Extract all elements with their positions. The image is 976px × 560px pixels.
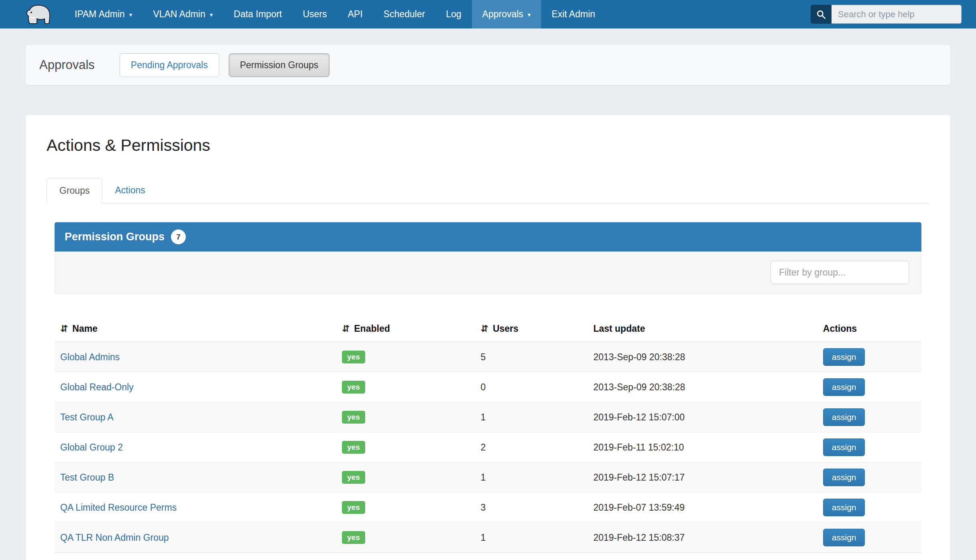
panel-heading: Permission Groups 7 xyxy=(55,222,921,252)
table-row: QA Limited Resource Perms yes 3 2019-Feb… xyxy=(55,493,921,523)
table-row: Global Admins yes 5 2013-Sep-09 20:38:28… xyxy=(55,342,921,372)
chevron-down-icon: ▾ xyxy=(528,11,531,18)
nav-item-data-import[interactable]: Data Import xyxy=(223,0,292,28)
approvals-toolbar: Approvals Pending Approvals Permission G… xyxy=(26,45,950,85)
enabled-badge: yes xyxy=(342,501,365,514)
assign-button[interactable]: assign xyxy=(823,438,865,456)
users-count: 1 xyxy=(475,523,588,553)
group-name-link[interactable]: QA Limited Resource Perms xyxy=(60,502,177,513)
header-users[interactable]: ⇵Users xyxy=(475,316,588,342)
nav-item-label: VLAN Admin xyxy=(153,9,205,20)
group-name-link[interactable]: QA TLR Non Admin Group xyxy=(60,532,169,543)
header-last-update: Last update xyxy=(588,316,817,342)
permission-groups-table: ⇵Name ⇵Enabled ⇵Users Last update Action… xyxy=(55,316,921,553)
last-update: 2013-Sep-09 20:38:28 xyxy=(588,372,817,402)
last-update: 2019-Feb-12 15:07:00 xyxy=(588,402,817,432)
nav-item-label: API xyxy=(348,9,363,20)
assign-button[interactable]: assign xyxy=(823,529,865,546)
nav-search xyxy=(811,0,976,28)
chevron-down-icon: ▾ xyxy=(210,11,213,18)
table-row: QA TLR Non Admin Group yes 1 2019-Feb-12… xyxy=(55,523,921,553)
nav-item-label: Approvals xyxy=(482,9,523,20)
users-count: 0 xyxy=(475,372,588,402)
enabled-badge: yes xyxy=(342,411,365,424)
search-button[interactable] xyxy=(811,5,832,24)
search-input[interactable] xyxy=(832,5,962,24)
table-row: Global Group 2 yes 2 2019-Feb-11 15:02:1… xyxy=(55,432,921,463)
users-count: 2 xyxy=(475,432,588,463)
filter-group-input[interactable] xyxy=(771,261,909,284)
enabled-badge: yes xyxy=(342,441,365,454)
nav-item-label: Log xyxy=(446,9,461,20)
nav-item-users[interactable]: Users xyxy=(292,0,337,28)
last-update: 2019-Feb-12 15:07:17 xyxy=(588,463,817,493)
group-count-badge: 7 xyxy=(171,229,186,244)
nav-item-label: Data Import xyxy=(234,9,282,20)
header-actions: Actions xyxy=(817,316,921,342)
users-count: 1 xyxy=(475,463,588,493)
enabled-badge: yes xyxy=(342,471,365,484)
table-row: Global Read-Only yes 0 2013-Sep-09 20:38… xyxy=(55,372,921,402)
tab-actions[interactable]: Actions xyxy=(102,178,157,203)
users-count: 1 xyxy=(475,402,588,432)
group-name-link[interactable]: Test Group A xyxy=(60,412,114,422)
table-row: Test Group B yes 1 2019-Feb-12 15:07:17 … xyxy=(55,463,921,493)
nav-item-vlan-admin[interactable]: VLAN Admin ▾ xyxy=(142,0,223,28)
pending-approvals-button[interactable]: Pending Approvals xyxy=(120,53,219,77)
page-title: Actions & Permissions xyxy=(47,136,929,155)
search-icon xyxy=(816,9,826,20)
table-header: ⇵Name ⇵Enabled ⇵Users Last update Action… xyxy=(55,316,921,342)
tab-groups[interactable]: Groups xyxy=(47,178,102,203)
enabled-badge: yes xyxy=(342,351,365,363)
table-row: Test Group A yes 1 2019-Feb-12 15:07:00 … xyxy=(55,402,921,432)
assign-button[interactable]: assign xyxy=(823,348,865,366)
nav-item-label: Scheduler xyxy=(384,9,425,20)
enabled-badge: yes xyxy=(342,381,365,394)
assign-button[interactable]: assign xyxy=(823,469,865,486)
nav-item-ipam-admin[interactable]: IPAM Admin ▾ xyxy=(64,0,142,28)
group-name-link[interactable]: Test Group B xyxy=(60,472,114,483)
users-count: 5 xyxy=(475,342,588,372)
last-update: 2019-Feb-11 15:02:10 xyxy=(588,432,817,463)
chevron-down-icon: ▾ xyxy=(129,11,132,18)
nav-item-approvals[interactable]: Approvals ▾ xyxy=(472,0,541,28)
sort-icon: ⇵ xyxy=(342,323,350,334)
assign-button[interactable]: assign xyxy=(823,499,865,516)
last-update: 2019-Feb-12 15:08:37 xyxy=(588,523,817,553)
app-logo xyxy=(0,0,64,28)
header-enabled[interactable]: ⇵Enabled xyxy=(336,316,475,342)
permission-groups-panel: Permission Groups 7 ⇵Name ⇵Enabled xyxy=(55,222,921,553)
panel-toolbar xyxy=(55,252,921,294)
assign-button[interactable]: assign xyxy=(823,408,865,426)
permission-groups-button[interactable]: Permission Groups xyxy=(229,53,330,77)
approvals-title: Approvals xyxy=(39,58,95,72)
header-name[interactable]: ⇵Name xyxy=(55,316,336,342)
last-update: 2013-Sep-09 20:38:28 xyxy=(588,342,817,372)
group-name-link[interactable]: Global Admins xyxy=(60,352,120,362)
sort-icon: ⇵ xyxy=(481,323,488,334)
groups-table-body: Global Admins yes 5 2013-Sep-09 20:38:28… xyxy=(55,342,921,553)
actions-permissions-card: Actions & Permissions Groups Actions Per… xyxy=(26,115,950,560)
group-name-link[interactable]: Global Read-Only xyxy=(60,382,134,392)
nav-item-api[interactable]: API xyxy=(338,0,373,28)
nav-item-label: IPAM Admin xyxy=(75,9,125,20)
group-name-link[interactable]: Global Group 2 xyxy=(60,442,123,452)
mammoth-logo-icon xyxy=(25,4,54,25)
nav-item-log[interactable]: Log xyxy=(435,0,472,28)
panel-title: Permission Groups xyxy=(65,231,165,243)
tabs: Groups Actions xyxy=(47,178,929,203)
last-update: 2019-Feb-07 13:59:49 xyxy=(588,493,817,523)
sort-icon: ⇵ xyxy=(60,323,68,334)
users-count: 3 xyxy=(475,493,588,523)
nav-item-exit-admin[interactable]: Exit Admin xyxy=(541,0,606,28)
assign-button[interactable]: assign xyxy=(823,378,865,396)
top-navbar: IPAM Admin ▾ VLAN Admin ▾ Data Import Us… xyxy=(0,0,976,28)
nav-items: IPAM Admin ▾ VLAN Admin ▾ Data Import Us… xyxy=(64,0,606,28)
nav-item-scheduler[interactable]: Scheduler xyxy=(373,0,436,28)
nav-item-label: Users xyxy=(303,9,327,20)
nav-item-label: Exit Admin xyxy=(551,9,595,20)
enabled-badge: yes xyxy=(342,531,365,544)
